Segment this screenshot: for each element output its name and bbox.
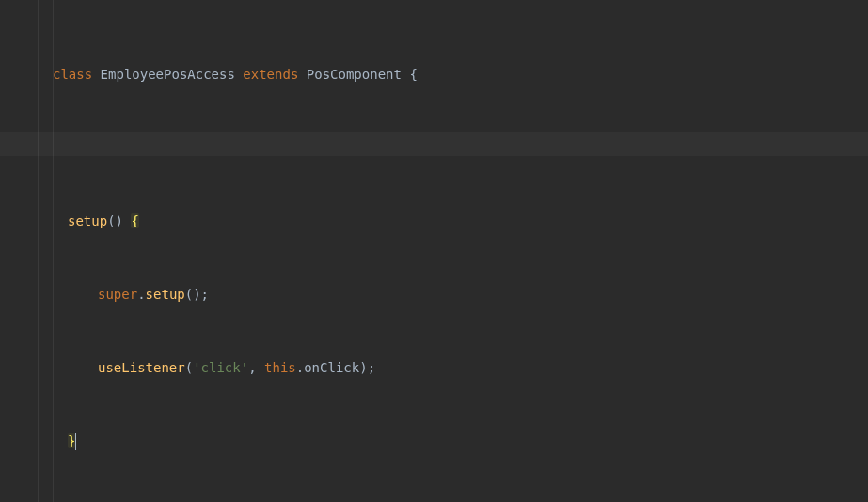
code-line[interactable] xyxy=(0,135,868,160)
code-editor[interactable]: class EmployeePosAccess extends PosCompo… xyxy=(0,0,868,502)
code-line[interactable]: useListener('click', this.onClick); xyxy=(0,355,868,380)
code-line[interactable]: } xyxy=(0,429,868,453)
function-name: setup xyxy=(146,287,185,302)
brace: { xyxy=(409,67,417,82)
function-name: setup xyxy=(68,213,107,228)
code-line[interactable]: setup() { xyxy=(0,209,868,233)
punct: () xyxy=(107,213,123,228)
code-line[interactable]: super.setup(); xyxy=(0,282,868,306)
code-block[interactable]: class EmployeePosAccess extends PosCompo… xyxy=(0,0,868,502)
punct: . xyxy=(137,287,145,302)
text-cursor xyxy=(75,433,76,450)
punct: ); xyxy=(359,360,375,375)
matched-brace: { xyxy=(131,213,138,228)
punct: (); xyxy=(185,287,209,302)
keyword: this xyxy=(264,360,296,375)
punct: . xyxy=(296,360,304,375)
identifier: PosComponent xyxy=(307,67,402,82)
string: 'click' xyxy=(193,360,248,375)
function-name: useListener xyxy=(98,360,185,375)
keyword: class xyxy=(53,67,92,82)
keyword: super xyxy=(98,287,137,302)
matched-brace: } xyxy=(68,433,75,448)
identifier: onClick xyxy=(304,360,359,375)
keyword: extends xyxy=(243,67,298,82)
code-line[interactable]: class EmployeePosAccess extends PosCompo… xyxy=(0,62,868,86)
punct: , xyxy=(248,360,264,375)
punct: ( xyxy=(185,360,193,375)
identifier: EmployeePosAccess xyxy=(101,67,235,82)
